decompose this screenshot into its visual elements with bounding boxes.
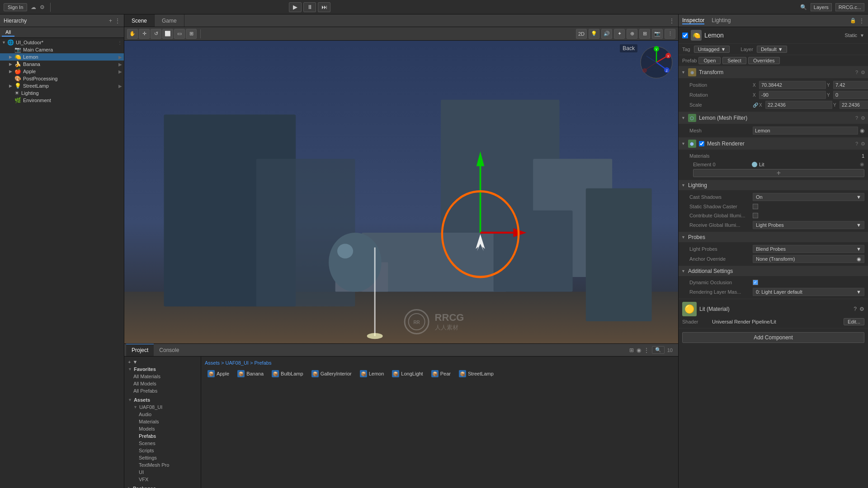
scene-tab[interactable]: Scene bbox=[124, 14, 155, 27]
all-materials[interactable]: All Materials bbox=[130, 373, 201, 380]
favorites-section[interactable]: ▼ Favorites bbox=[124, 366, 201, 373]
expand-btn[interactable]: ⋮ bbox=[118, 40, 122, 45]
contrib-global-checkbox[interactable] bbox=[753, 213, 758, 218]
file-streetlamp[interactable]: 📦 StreetLamp bbox=[456, 369, 496, 378]
help-icon[interactable]: ? bbox=[855, 141, 858, 147]
scripts-section[interactable]: Scripts bbox=[135, 447, 201, 454]
lock-icon[interactable]: 🔒 bbox=[850, 18, 856, 24]
project-search[interactable]: 🔍 bbox=[652, 346, 665, 354]
help-icon[interactable]: ? bbox=[855, 70, 858, 75]
assets-section[interactable]: ▼ Assets bbox=[124, 396, 201, 404]
tree-item-lighting[interactable]: ☀ Lighting bbox=[0, 89, 124, 97]
play-button[interactable]: ▶ bbox=[289, 2, 302, 12]
add-btn[interactable]: + ▼ bbox=[124, 358, 201, 366]
hand-tool[interactable]: ✋ bbox=[127, 29, 138, 39]
anchor-override-dropdown[interactable]: None (Transform) ◉ bbox=[753, 255, 864, 263]
tree-item-lemon[interactable]: ▶ 🍋 Lemon ▶ bbox=[0, 53, 124, 61]
breadcrumb-uaf[interactable]: UAF08_UI bbox=[226, 360, 249, 366]
add-component-btn[interactable]: Add Component bbox=[682, 332, 864, 343]
file-banana[interactable]: 📦 Banana bbox=[235, 369, 266, 378]
pos-y-input[interactable] bbox=[833, 81, 868, 89]
file-lemon[interactable]: 📦 Lemon bbox=[357, 369, 387, 378]
breadcrumb-assets[interactable]: Assets bbox=[205, 360, 220, 366]
rect-tool[interactable]: ▭ bbox=[174, 29, 185, 39]
rotate-tool[interactable]: ↺ bbox=[151, 29, 161, 39]
models-section[interactable]: Models bbox=[135, 425, 201, 432]
lit-help-icon[interactable]: ? bbox=[854, 306, 857, 312]
hierarchy-add-icon[interactable]: + bbox=[109, 18, 112, 24]
rendering-layer-dropdown[interactable]: 0: Light Layer default ▼ bbox=[753, 288, 864, 296]
receive-global-dropdown[interactable]: Light Probes ▼ bbox=[753, 221, 864, 229]
tree-item-postprocessing[interactable]: 🎨 PostProcessing bbox=[0, 75, 124, 82]
pause-button[interactable]: ⏸ bbox=[303, 2, 316, 12]
hierarchy-more-icon[interactable]: ⋮ bbox=[115, 18, 120, 24]
tree-item-apple[interactable]: ▶ 🍎 Apple ▶ bbox=[0, 68, 124, 75]
cloud-icon[interactable]: ☁ bbox=[31, 4, 36, 10]
expand-btn[interactable]: ▶ bbox=[118, 62, 122, 67]
audio-toggle[interactable]: 🔊 bbox=[601, 29, 612, 39]
sign-in-button[interactable]: Sign In bbox=[4, 3, 27, 11]
expand-btn[interactable]: ▶ bbox=[118, 69, 122, 74]
scale-y-input[interactable] bbox=[840, 101, 868, 109]
add-material-btn[interactable]: + bbox=[693, 169, 864, 177]
tree-item-streetlamp[interactable]: ▶ 💡 StreetLamp ▶ bbox=[0, 82, 124, 89]
layer-value[interactable]: Default ▼ bbox=[757, 46, 787, 53]
uaf08-ui-section[interactable]: ▼ UAF08_UI bbox=[130, 404, 201, 411]
cast-shadows-dropdown[interactable]: On ▼ bbox=[753, 193, 864, 201]
grid-toggle[interactable]: ⊞ bbox=[639, 29, 650, 39]
prefab-overrides-btn[interactable]: Overrides bbox=[748, 57, 780, 64]
game-tab[interactable]: Game bbox=[155, 14, 184, 27]
obj-active-checkbox[interactable] bbox=[682, 33, 688, 38]
prefab-open-btn[interactable]: Open bbox=[698, 57, 721, 64]
gizmos-toggle[interactable]: ⊕ bbox=[627, 29, 637, 39]
lighting-tab[interactable]: Lighting bbox=[712, 17, 731, 24]
rot-y-input[interactable] bbox=[833, 91, 868, 99]
mesh-select-icon[interactable]: ◉ bbox=[860, 127, 864, 134]
prefabs-section[interactable]: Prefabs bbox=[135, 432, 201, 440]
expand-btn[interactable]: ▶ bbox=[118, 84, 122, 89]
audio-section[interactable]: Audio bbox=[135, 411, 201, 418]
light-probes-dropdown[interactable]: Blend Probes ▼ bbox=[753, 245, 864, 253]
settings-icon[interactable]: ⚙ bbox=[40, 4, 45, 10]
tree-item-ui-outdoor[interactable]: ▼ 🌐 UI_Outdoor* ⋮ bbox=[0, 39, 124, 46]
lit-settings-icon[interactable]: ⚙ bbox=[859, 306, 864, 312]
insp-more-icon[interactable]: ⋮ bbox=[859, 18, 864, 24]
project-tab[interactable]: Project bbox=[126, 344, 154, 356]
effects-toggle[interactable]: ✦ bbox=[614, 29, 625, 39]
2d-toggle[interactable]: 2D bbox=[576, 29, 587, 39]
ui-section[interactable]: UI bbox=[135, 469, 201, 476]
file-galleryinterior[interactable]: 📦 GalleryInterior bbox=[309, 369, 354, 378]
file-pear[interactable]: 📦 Pear bbox=[429, 369, 453, 378]
rot-x-input[interactable] bbox=[759, 91, 826, 99]
vfx-section[interactable]: VFX bbox=[135, 476, 201, 483]
settings-icon[interactable]: ⚙ bbox=[861, 70, 865, 75]
transform-header[interactable]: ▼ ⊕ Transform ? ⚙ bbox=[679, 66, 868, 78]
edit-btn[interactable]: Edit... bbox=[844, 318, 864, 325]
breadcrumb-prefabs[interactable]: Prefabs bbox=[254, 360, 271, 366]
additional-settings-header[interactable]: ▼ Additional Settings bbox=[679, 266, 868, 276]
mesh-renderer-checkbox[interactable] bbox=[699, 141, 704, 146]
packages-section[interactable]: ▶ Packages bbox=[124, 485, 201, 488]
tree-item-environment[interactable]: 🌿 Environment bbox=[0, 97, 124, 104]
project-icon2[interactable]: ◉ bbox=[637, 347, 641, 353]
inspector-tab[interactable]: Inspector bbox=[682, 17, 704, 24]
scenes-section[interactable]: Scenes bbox=[135, 440, 201, 447]
mesh-input[interactable] bbox=[753, 127, 858, 135]
scale-tool[interactable]: ⬜ bbox=[162, 29, 173, 39]
scale-x-input[interactable] bbox=[765, 101, 832, 109]
tag-value[interactable]: Untagged ▼ bbox=[694, 46, 730, 53]
file-apple[interactable]: 📦 Apple bbox=[205, 369, 232, 378]
file-bulblamp[interactable]: 📦 BulbLamp bbox=[269, 369, 306, 378]
textmesh-section[interactable]: TextMesh Pro bbox=[135, 461, 201, 469]
layout-dropdown[interactable]: RRCG.c... bbox=[835, 3, 864, 11]
project-icon1[interactable]: ⊞ bbox=[629, 347, 634, 353]
static-shadow-checkbox[interactable] bbox=[753, 204, 758, 209]
materials-section[interactable]: Materials bbox=[135, 418, 201, 425]
tree-item-main-camera[interactable]: 📷 Main Camera bbox=[0, 46, 124, 53]
project-icon3[interactable]: ⋮ bbox=[644, 347, 649, 353]
more-btn[interactable]: ⋮ bbox=[665, 29, 675, 39]
all-prefabs[interactable]: All Prefabs bbox=[130, 387, 201, 394]
file-longlight[interactable]: 📦 LongLight bbox=[389, 369, 425, 378]
camera-btn[interactable]: 📷 bbox=[652, 29, 663, 39]
tree-item-banana[interactable]: ▶ 🍌 Banana ▶ bbox=[0, 61, 124, 68]
